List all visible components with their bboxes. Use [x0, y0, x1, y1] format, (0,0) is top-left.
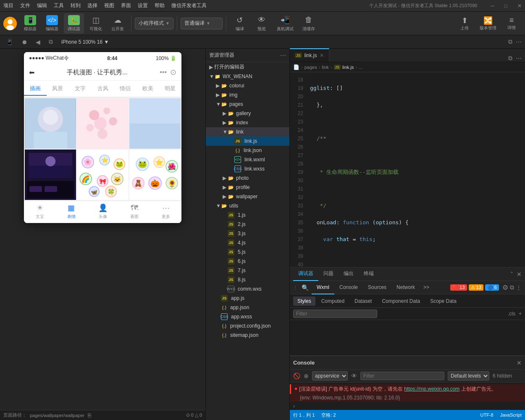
folder-wallpaper[interactable]: ▶ 📂 wallpaper: [206, 192, 289, 201]
devtools-sub-more-icon[interactable]: ⋮: [516, 284, 522, 291]
more-options-icon[interactable]: ⋯: [516, 39, 522, 45]
devtools-sub-tab-wxml[interactable]: Wxml: [312, 281, 334, 294]
file-link-wxss[interactable]: ▶ CSS link.wxss: [206, 164, 289, 173]
folder-img[interactable]: ▶ 📂 img: [206, 90, 289, 100]
phone-icon[interactable]: 📱: [3, 38, 16, 46]
devtools-tab-output[interactable]: 编出: [339, 268, 359, 281]
error-link[interactable]: https://mp.weixin.qq.com: [404, 386, 459, 392]
file-5js[interactable]: ▶ JS 5.js: [206, 247, 289, 257]
file-link-js[interactable]: ▶ JS link.js: [206, 136, 289, 146]
phone-nav-wenzi[interactable]: ☀ 文宝: [24, 203, 55, 220]
code-content[interactable]: gglist: [] }, /** * 生命周期函数--监听页面加载 */ on…: [307, 72, 525, 267]
style-tab-component-data[interactable]: Component Data: [378, 297, 424, 306]
phone-nav-kuntu[interactable]: 🗺 看图: [118, 203, 150, 220]
cloud-button[interactable]: ☁ 云开发: [108, 13, 128, 34]
maximize-button[interactable]: □: [504, 3, 507, 9]
file-sitemap-json[interactable]: ▶ {.} sitemap.json: [206, 331, 289, 340]
style-tab-computed[interactable]: Computed: [317, 297, 349, 306]
devtools-tab-debugger[interactable]: 调试器: [293, 268, 318, 281]
devtools-inspect-icon[interactable]: 🔍: [302, 284, 312, 291]
simulator-button[interactable]: 📱 模拟器: [20, 13, 40, 34]
preview-button[interactable]: 👁 预览: [252, 13, 272, 34]
devtools-sub-tab-network[interactable]: Network: [391, 281, 420, 294]
folder-utils[interactable]: ▼ 📂 utils: [206, 201, 289, 210]
file-8js[interactable]: ▶ JS 8.js: [206, 275, 289, 284]
folder-pages[interactable]: ▼ 📂 pages: [206, 100, 289, 109]
devtools-layout-icon[interactable]: ⧉: [510, 284, 514, 291]
phone-nav-couple[interactable]: 情侣: [114, 82, 136, 95]
console-close-icon[interactable]: ✕: [517, 360, 522, 366]
phone-nav-text[interactable]: 文字: [69, 82, 92, 95]
editor-button[interactable]: </> 编辑器: [42, 13, 62, 34]
menu-item-select[interactable]: 选择: [87, 2, 97, 9]
file-app-wxss[interactable]: ▶ CSS app.wxss: [206, 312, 289, 321]
tab-close-button[interactable]: ✕: [320, 52, 324, 58]
file-7js[interactable]: ▶ JS 7.js: [206, 266, 289, 275]
folder-colorui[interactable]: ▶ 📂 colorui: [206, 81, 289, 90]
menu-item-project[interactable]: 项目: [3, 2, 13, 9]
file-app-js[interactable]: ▶ JS app.js: [206, 294, 289, 303]
console-service-select[interactable]: appservice: [312, 371, 348, 381]
cls-button[interactable]: .cls: [508, 311, 515, 317]
file-3js[interactable]: ▶ JS 3.js: [206, 229, 289, 238]
compile-mode-dropdown[interactable]: 普通编译 ▼: [181, 18, 223, 29]
menu-item-goto[interactable]: 转到: [71, 2, 81, 9]
minimize-button[interactable]: ─: [491, 3, 494, 9]
breadcrumb-link[interactable]: link: [322, 65, 329, 70]
devtools-gear-icon[interactable]: ⚙: [502, 284, 508, 291]
code-scroll[interactable]: 18 19 20 21 22 23 24 25 26 27 28 29 30 3…: [290, 72, 525, 267]
phone-nav-more[interactable]: ⋯ 更多: [150, 203, 181, 220]
phone-nav-western[interactable]: 欧美: [136, 82, 159, 95]
folder-gallery[interactable]: ▶ 📂 gallery: [206, 109, 289, 118]
console-expand-icon[interactable]: ⊕: [304, 373, 309, 379]
phone-img-5[interactable]: 🌸 ⭐ 🐸 🌈 🎀 🐱 🦋: [77, 150, 128, 200]
phone-nav-biaoqing[interactable]: ▦ 表情: [55, 203, 87, 220]
close-button[interactable]: ✕: [517, 3, 522, 9]
pages-button[interactable]: ⧉: [46, 37, 55, 46]
phone-nav-star[interactable]: 明星: [159, 82, 181, 95]
file-link-json[interactable]: ▶ {.} link.json: [206, 146, 289, 155]
cls-add-icon[interactable]: +: [519, 311, 522, 317]
menu-item-wechat[interactable]: 微信开发者工具: [171, 2, 207, 9]
console-clear-icon[interactable]: 🚫: [293, 373, 300, 379]
styles-filter-input[interactable]: [293, 310, 377, 318]
phone-nav-ancient[interactable]: 古风: [92, 82, 114, 95]
menu-item-settings[interactable]: 设置: [138, 2, 148, 9]
split-view-icon[interactable]: ⧉: [508, 38, 512, 45]
folder-photo[interactable]: ▶ 📂 photo: [206, 173, 289, 183]
compile-button[interactable]: ↺ 编译: [230, 13, 250, 34]
file-2js[interactable]: ▶ JS 2.js: [206, 220, 289, 229]
file-1js[interactable]: ▶ JS 1.js: [206, 210, 289, 220]
style-tab-dataset[interactable]: Dataset: [350, 297, 376, 306]
debugger-button[interactable]: 🐛 调试器: [64, 13, 84, 34]
menu-item-tools[interactable]: 工具: [54, 2, 64, 9]
devtools-more-icon[interactable]: ⋮: [293, 281, 302, 294]
root-folder[interactable]: ▼ 📁 WX_WENAN: [206, 72, 289, 81]
phone-nav-illustration[interactable]: 插画: [24, 82, 47, 96]
style-tab-scope-data[interactable]: Scope Data: [426, 297, 461, 306]
folder-link[interactable]: ▼ 📂 link: [206, 127, 289, 136]
phone-img-6[interactable]: 🐸 ⭐ 🌺 🧸 🎃 🌻: [129, 150, 181, 200]
file-4js[interactable]: ▶ JS 4.js: [206, 238, 289, 247]
detail-button[interactable]: ≡ 详情: [501, 14, 522, 32]
file-project-config[interactable]: ▶ {.} project.config.json: [206, 321, 289, 331]
file-link-wxml[interactable]: ▶ </> link.wxml: [206, 155, 289, 164]
real-machine-button[interactable]: 📲 真机调试: [273, 13, 297, 34]
console-filter-input[interactable]: [360, 372, 444, 380]
folder-index[interactable]: ▶ 📂 index: [206, 118, 289, 127]
menu-item-file[interactable]: 文件: [20, 2, 30, 9]
file-comm-wxs[interactable]: ▶ WXS comm.wxs: [206, 284, 289, 294]
record-button[interactable]: ⏺: [19, 38, 30, 46]
tab-link-js[interactable]: JS link.js ✕: [290, 48, 329, 62]
devtools-tab-terminal[interactable]: 终端: [359, 268, 379, 281]
phone-back-icon[interactable]: ⬅: [29, 68, 34, 76]
console-level-select[interactable]: Default levels: [448, 371, 489, 381]
path-copy-icon[interactable]: ⎘: [88, 412, 91, 419]
clear-cache-button[interactable]: 🗑 清缓存: [299, 13, 319, 34]
menu-item-help[interactable]: 帮助: [155, 2, 165, 9]
breadcrumb-pages[interactable]: pages: [304, 65, 317, 70]
phone-circle-icon[interactable]: ⊙: [170, 68, 176, 77]
devtools-sub-tab-sources[interactable]: Sources: [363, 281, 391, 294]
folder-profile[interactable]: ▶ 📂 profile: [206, 183, 289, 192]
menu-item-interface[interactable]: 界面: [121, 2, 131, 9]
